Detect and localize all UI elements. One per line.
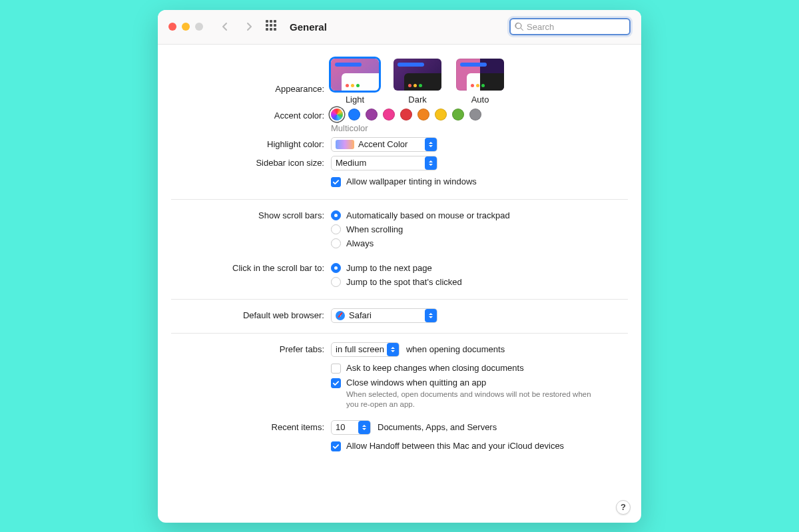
click-scroll-label: Click in the scroll bar to:: [171, 261, 331, 289]
scrollbars-auto-radio[interactable]: Automatically based on mouse or trackpad: [331, 208, 628, 222]
browser-select[interactable]: Safari: [331, 308, 437, 323]
traffic-lights: [168, 23, 203, 31]
search-input[interactable]: [527, 22, 625, 32]
titlebar: General: [158, 10, 641, 45]
accent-yellow[interactable]: [435, 109, 447, 121]
scrollbars-scrolling-radio[interactable]: When scrolling: [331, 222, 628, 236]
appearance-light-label: Light: [346, 95, 364, 105]
highlight-select[interactable]: Accent Color: [331, 137, 437, 152]
divider: [171, 333, 628, 334]
highlight-value: Accent Color: [358, 139, 410, 149]
click-scroll-spot-radio[interactable]: Jump to the spot that's clicked: [331, 275, 628, 289]
click-scroll-page-radio[interactable]: Jump to the next page: [331, 261, 628, 275]
appearance-auto[interactable]: Auto: [456, 59, 504, 105]
close-windows-label: Close windows when quitting an app: [346, 378, 486, 388]
wallpaper-tint-label: Allow wallpaper tinting in windows: [346, 176, 477, 186]
appearance-options: Light Dark Auto: [331, 59, 628, 105]
appearance-dark-label: Dark: [408, 95, 426, 105]
scrollbars-always-label: Always: [346, 238, 374, 248]
appearance-light[interactable]: Light: [331, 59, 379, 105]
accent-orange[interactable]: [417, 109, 429, 121]
sidebar-icon-value: Medium: [336, 158, 369, 168]
appearance-dark[interactable]: Dark: [394, 59, 441, 105]
tabs-select[interactable]: in full screen: [331, 342, 400, 357]
scrollbars-always-radio[interactable]: Always: [331, 236, 628, 250]
tabs-suffix: when opening documents: [406, 344, 505, 354]
scrollbars-scrolling-label: When scrolling: [346, 224, 403, 234]
zoom-window-button[interactable]: [195, 23, 203, 31]
minimize-window-button[interactable]: [182, 23, 190, 31]
recent-label: Recent items:: [171, 420, 331, 435]
back-button[interactable]: [216, 18, 234, 35]
highlight-label: Highlight color:: [171, 137, 331, 152]
handoff-label: Allow Handoff between this Mac and your …: [346, 441, 564, 451]
help-button[interactable]: ?: [616, 500, 631, 515]
divider: [171, 299, 628, 300]
wallpaper-tint-checkbox[interactable]: Allow wallpaper tinting in windows: [331, 174, 628, 189]
accent-green[interactable]: [452, 109, 464, 121]
click-scroll-spot-label: Jump to the spot that's clicked: [346, 277, 462, 287]
chevron-updown-icon: [358, 421, 370, 434]
browser-label: Default web browser:: [171, 308, 331, 323]
chevron-updown-icon: [425, 309, 437, 322]
accent-purple[interactable]: [366, 109, 378, 121]
tabs-label: Prefer tabs:: [171, 342, 331, 357]
safari-icon: [336, 311, 345, 320]
ask-keep-label: Ask to keep changes when closing documen…: [346, 363, 524, 373]
sidebar-icon-label: Sidebar icon size:: [171, 156, 331, 170]
scrollbars-label: Show scroll bars:: [171, 208, 331, 250]
chevron-updown-icon: [425, 156, 437, 170]
search-icon: [515, 22, 524, 31]
accent-red[interactable]: [400, 109, 412, 121]
close-windows-checkbox[interactable]: Close windows when quitting an app When …: [331, 376, 628, 412]
accent-blue[interactable]: [348, 109, 360, 121]
content: Appearance: Light Dark Auto: [158, 45, 641, 462]
appearance-auto-label: Auto: [471, 95, 489, 105]
show-all-icon[interactable]: [266, 20, 279, 33]
accent-label: Accent color:: [171, 109, 331, 133]
close-window-button[interactable]: [168, 23, 176, 31]
sidebar-icon-select[interactable]: Medium: [331, 156, 437, 170]
recent-suffix: Documents, Apps, and Servers: [378, 422, 497, 432]
chevron-updown-icon: [425, 138, 437, 151]
chevron-updown-icon: [387, 343, 399, 356]
accent-graphite[interactable]: [469, 109, 481, 121]
search-field[interactable]: [509, 18, 631, 35]
accent-multicolor[interactable]: [331, 109, 343, 121]
page-title: General: [290, 21, 327, 33]
highlight-swatch-icon: [336, 140, 354, 149]
tabs-value: in full screen: [336, 344, 387, 354]
close-windows-sub: When selected, open documents and window…: [346, 390, 599, 410]
accent-pink[interactable]: [383, 109, 395, 121]
recent-select[interactable]: 10: [331, 420, 371, 435]
forward-button[interactable]: [240, 18, 258, 35]
handoff-checkbox[interactable]: Allow Handoff between this Mac and your …: [331, 439, 628, 453]
browser-value: Safari: [349, 310, 374, 320]
accent-hint: Multicolor: [331, 123, 628, 133]
accent-swatches: [331, 109, 628, 121]
scrollbars-auto-label: Automatically based on mouse or trackpad: [346, 210, 510, 220]
ask-keep-checkbox[interactable]: Ask to keep changes when closing documen…: [331, 361, 628, 376]
appearance-label: Appearance:: [171, 59, 331, 105]
click-scroll-page-label: Jump to the next page: [346, 263, 432, 273]
divider: [171, 199, 628, 200]
recent-value: 10: [336, 422, 348, 432]
preferences-window: General Appearance: Light Dark: [158, 10, 641, 523]
